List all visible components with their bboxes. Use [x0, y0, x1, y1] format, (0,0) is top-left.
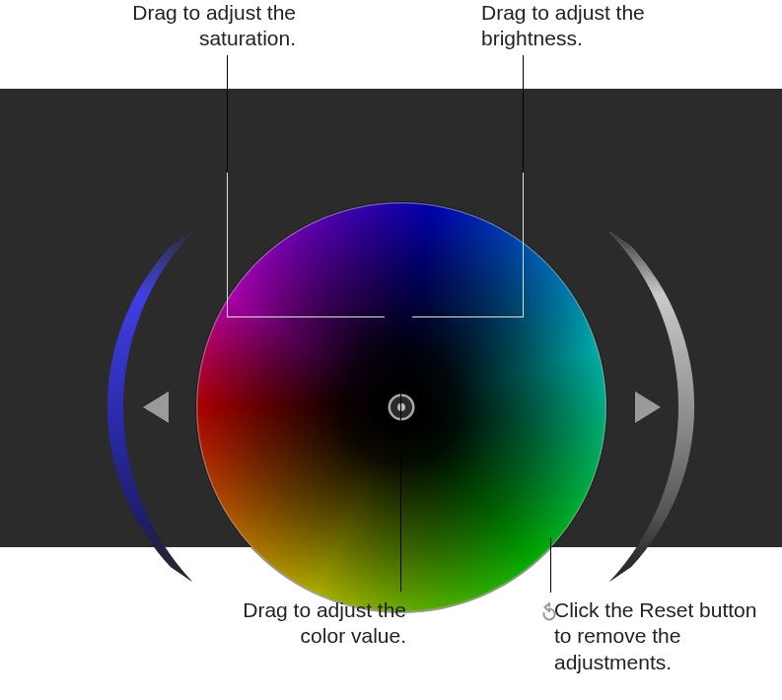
callout-brightness: Drag to adjust the brightness.	[481, 0, 688, 52]
leader-line	[400, 331, 401, 592]
leader-line	[227, 316, 385, 317]
color-wheel-panel	[0, 89, 782, 547]
color-value-handle[interactable]	[391, 396, 412, 418]
leader-line	[227, 173, 228, 317]
leader-line	[523, 173, 524, 317]
saturation-handle-icon[interactable]	[143, 391, 169, 423]
callout-saturation: Drag to adjust the saturation.	[94, 0, 296, 52]
brightness-handle-icon[interactable]	[635, 391, 661, 423]
leader-line	[523, 55, 524, 174]
color-wheel-container	[196, 202, 606, 612]
callout-color-value: Drag to adjust the color value.	[229, 597, 406, 650]
leader-line	[550, 537, 551, 593]
callout-reset: Click the Reset button to remove the adj…	[554, 597, 761, 675]
leader-line	[227, 55, 228, 174]
leader-line	[412, 316, 524, 317]
